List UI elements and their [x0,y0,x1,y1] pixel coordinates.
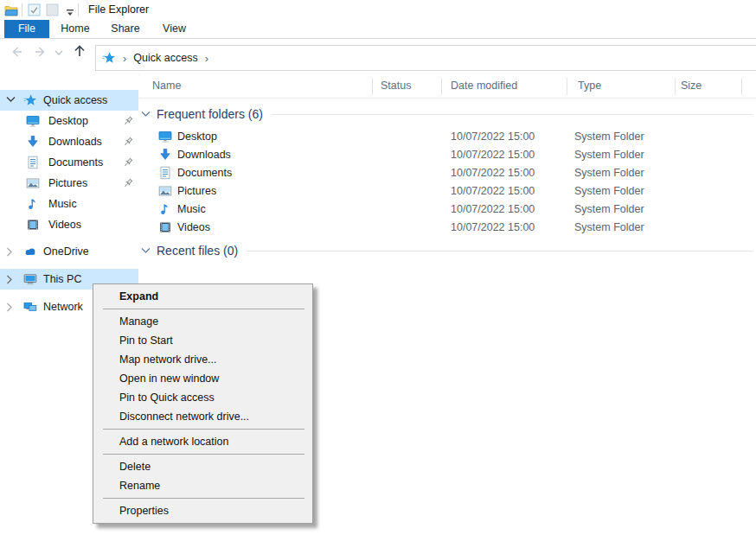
menu-item-pin-to-quick-access[interactable]: Pin to Quick access [93,388,312,407]
group-rule [272,114,753,115]
videos-icon [158,220,172,234]
date-modified: 10/07/2022 15:00 [451,131,535,143]
column-header-name[interactable]: Name [152,80,181,92]
chevron-right-icon[interactable] [6,275,13,284]
column-divider[interactable] [741,78,742,95]
group-header-recent-files[interactable]: Recent files (0) [141,242,754,259]
sidebar-item-label: OneDrive [43,245,89,258]
pin-icon [123,178,133,188]
menu-item-map-network-drive[interactable]: Map network drive... [93,350,312,369]
toolbar-separator [78,3,79,16]
address-bar: › Quick access › [0,39,756,75]
breadcrumb-chevron: › [198,52,215,65]
toolbar-separator [22,3,22,16]
address-input[interactable]: › Quick access › [95,45,756,71]
menu-item-delete[interactable]: Delete [93,457,312,476]
chevron-down-icon[interactable] [141,111,151,118]
sidebar-item-label: Pictures [48,177,87,189]
chevron-down-icon[interactable] [141,247,151,254]
group-label: Recent files (0) [157,244,238,258]
date-modified: 10/07/2022 15:00 [451,167,535,179]
downloads-icon [26,135,40,149]
sidebar-item-desktop[interactable]: Desktop [0,111,138,131]
up-icon[interactable] [72,43,87,59]
group-rule [247,251,753,252]
sidebar-item-quick-access[interactable]: Quick access [0,90,138,111]
sidebar-item-downloads[interactable]: Downloads [0,131,138,152]
properties-icon[interactable] [27,3,42,17]
pin-icon [123,137,133,147]
forward-icon[interactable] [33,44,48,60]
menu-separator [103,429,304,430]
sidebar-item-label: Downloads [48,136,102,148]
this-pc-icon [23,272,37,286]
file-name: Desktop [177,131,217,143]
menu-item-pin-to-start[interactable]: Pin to Start [93,331,312,350]
music-icon [158,202,172,216]
breadcrumb-quick-access[interactable]: Quick access [133,52,197,64]
column-divider[interactable] [372,78,373,95]
tab-file[interactable]: File [4,20,49,38]
tab-home[interactable]: Home [51,20,99,38]
sidebar-item-pictures[interactable]: Pictures [0,173,138,194]
column-header-size[interactable]: Size [681,80,702,92]
date-modified: 10/07/2022 15:00 [451,185,535,197]
chevron-right-icon[interactable] [6,302,13,312]
table-row[interactable]: Documents 10/07/2022 15:00 System Folder [139,164,756,182]
menu-item-properties[interactable]: Properties [93,501,312,520]
table-row[interactable]: Videos 10/07/2022 15:00 System Folder [139,219,756,237]
table-row[interactable]: Desktop 10/07/2022 15:00 System Folder [139,128,756,146]
file-type: System Folder [574,131,644,143]
file-name: Pictures [177,185,216,197]
documents-icon [158,166,172,180]
date-modified: 10/07/2022 15:00 [451,221,535,233]
sidebar-item-label: Network [43,301,83,313]
tab-view[interactable]: View [151,20,197,38]
sidebar-item-videos[interactable]: Videos [0,214,138,235]
sidebar-item-label: Quick access [43,94,107,106]
group-label: Frequent folders (6) [157,107,263,121]
back-icon[interactable] [9,44,24,60]
column-divider[interactable] [567,78,567,95]
menu-item-disconnect-network-drive[interactable]: Disconnect network drive... [93,407,312,426]
menu-item-add-a-network-location[interactable]: Add a network location [93,432,312,451]
pin-icon [123,157,133,168]
breadcrumb-chevron: › [116,52,133,65]
file-name: Downloads [177,149,231,161]
desktop-icon [158,130,172,143]
recent-locations-chevron-icon[interactable] [54,50,63,56]
menu-item-open-in-new-window[interactable]: Open in new window [93,369,312,388]
file-explorer-logo-icon[interactable] [3,3,18,17]
column-header-status[interactable]: Status [381,80,411,92]
pin-icon [123,116,133,126]
table-row[interactable]: Downloads 10/07/2022 15:00 System Folder [139,146,756,164]
column-header-date-modified[interactable]: Date modified [451,80,517,92]
documents-icon [26,156,40,169]
menu-item-expand[interactable]: Expand [93,287,312,306]
sidebar-item-label: Documents [48,156,103,169]
tab-share[interactable]: Share [101,20,150,38]
group-header-frequent-folders[interactable]: Frequent folders (6) [141,105,754,123]
sidebar-item-documents[interactable]: Documents [0,152,138,173]
new-folder-icon[interactable] [45,3,60,17]
this-pc-context-menu: Expand Manage Pin to Start Map network d… [93,283,313,524]
file-name: Documents [177,167,232,179]
header-divider [139,98,756,99]
date-modified: 10/07/2022 15:00 [451,203,535,215]
onedrive-icon [23,245,37,258]
sidebar-item-label: Videos [48,219,81,231]
column-divider[interactable] [675,78,676,95]
table-row[interactable]: Pictures 10/07/2022 15:00 System Folder [139,182,756,201]
sidebar-item-label: This PC [43,273,81,285]
column-header-type[interactable]: Type [578,80,601,92]
table-row[interactable]: Music 10/07/2022 15:00 System Folder [139,201,756,219]
menu-item-rename[interactable]: Rename [93,476,312,495]
sidebar-item-onedrive[interactable]: OneDrive [0,241,138,262]
chevron-right-icon[interactable] [6,247,13,257]
column-divider[interactable] [441,78,442,95]
file-type: System Folder [574,185,644,197]
sidebar-item-music[interactable]: Music [0,194,138,214]
customize-quick-access-dropdown-icon[interactable] [62,5,77,20]
menu-item-manage[interactable]: Manage [93,312,312,331]
chevron-down-icon[interactable] [6,96,16,103]
